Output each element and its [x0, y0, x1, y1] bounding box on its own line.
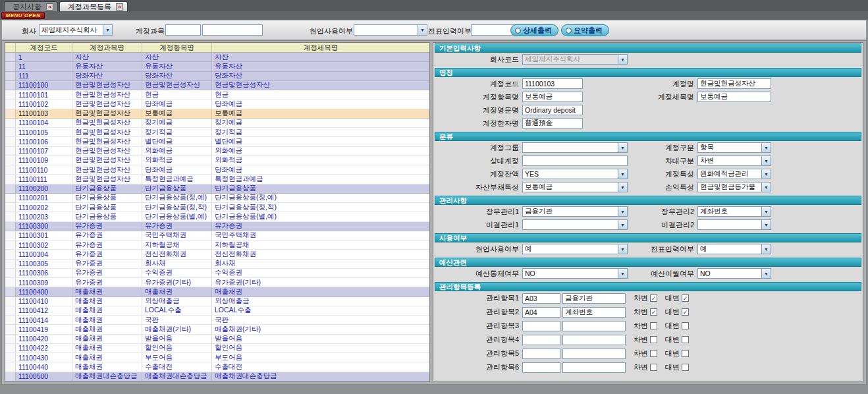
table-row[interactable]: 11100109현금및현금성자산외화적금외화적금	[5, 156, 429, 165]
table-row[interactable]: 11100309유가증권유가증권(기타)유가증권(기타)	[5, 278, 429, 287]
debit-checkbox[interactable]: ✓	[650, 295, 657, 302]
table-row[interactable]: 11100304유가증권전신전화채권전신전화채권	[5, 250, 429, 259]
account-name-field[interactable]	[697, 78, 771, 89]
mgmt-item-code-input[interactable]	[522, 362, 560, 373]
table-row[interactable]: 11100400매출채권매출채권매출채권	[5, 287, 429, 296]
trait-select[interactable]: 원화예적금관리▼	[697, 169, 771, 179]
credit-checkbox[interactable]: ✓	[682, 295, 689, 302]
mgmt-item-name-input[interactable]	[562, 293, 626, 304]
column-header-name[interactable]: 계정과목명	[72, 43, 142, 52]
table-row[interactable]: 1자산자산자산	[5, 53, 429, 62]
debit-credit-select[interactable]: 차변▼	[697, 155, 771, 166]
credit-label: 대변	[665, 307, 680, 317]
account-item-field[interactable]	[522, 92, 583, 102]
budget-carry-select[interactable]: NO▼	[697, 268, 771, 279]
table-row[interactable]: 11100419매출채권매출채권(기타)매출채권(기타)	[5, 325, 429, 334]
mgmt-item-name-input[interactable]	[562, 321, 626, 331]
table-row[interactable]: 11100203단기금융상품단기금융상품(별,예)단기금융상품(별,예)	[5, 212, 429, 221]
table-row[interactable]: 11100102현금및현금성자산당좌예금당좌예금	[5, 99, 429, 109]
credit-checkbox[interactable]	[682, 350, 689, 357]
table-row[interactable]: 11100500매출채권대손충당금매출채권대손충당금매출채권대손충당금	[5, 372, 429, 381]
close-icon[interactable]: ×	[116, 3, 123, 11]
credit-checkbox[interactable]: ✓	[682, 308, 689, 316]
cell-name: 유가증권	[72, 222, 142, 231]
account-group-select[interactable]: ▼	[522, 142, 628, 153]
column-header-item[interactable]: 계정항목명	[142, 43, 212, 52]
debit-checkbox[interactable]: ✓	[650, 308, 657, 316]
chevron-down-icon: ▼	[761, 183, 771, 192]
menu-open-button[interactable]: MENU OPEN	[1, 12, 45, 19]
detail-print-button[interactable]: 상세출력	[510, 24, 558, 36]
table-row[interactable]: 11유동자산유동자산유동자산	[5, 62, 429, 71]
mgmt-item-name-input[interactable]	[562, 349, 626, 359]
mgmt-item-code-input[interactable]	[522, 349, 560, 359]
pl-trait-select[interactable]: 현금및현금등가물▼	[697, 182, 771, 192]
table-row[interactable]: 11100100현금및현금성자산현금및현금성자산현금및현금성자산	[5, 81, 429, 90]
column-header-detail[interactable]: 계정세목명	[212, 43, 429, 52]
table-row[interactable]: 11100103현금및현금성자산보통예금보통예금	[5, 109, 429, 119]
field-use-select[interactable]: ▼	[354, 24, 427, 36]
account-code-field[interactable]	[522, 78, 583, 89]
column-header-code[interactable]: 계정코드	[16, 43, 72, 52]
mgmt-item-name-input[interactable]	[562, 335, 626, 345]
account-gubun-select[interactable]: 항목▼	[697, 142, 771, 153]
table-row[interactable]: 11100200단기금융상품단기금융상품단기금융상품	[5, 184, 429, 194]
table-row[interactable]: 11100300유가증권유가증권유가증권	[5, 222, 429, 231]
contra-account-field[interactable]	[522, 155, 628, 166]
table-row[interactable]: 11100301유가증권국민주택채권국민주택채권	[5, 231, 429, 240]
mgmt-item-name-input[interactable]	[562, 307, 626, 318]
debit-checkbox[interactable]	[650, 336, 657, 343]
budget-control-select[interactable]: NO▼	[522, 268, 628, 279]
debit-checkbox[interactable]	[650, 350, 657, 357]
mgmt-item-code-input[interactable]	[522, 335, 560, 345]
table-row[interactable]: 11100201단기금융상품단기금융상품(정,예)단기금융상품(정,예)	[5, 194, 429, 203]
pending1-select[interactable]: ▼	[522, 219, 628, 230]
account-detail-field[interactable]	[697, 92, 771, 102]
account-english-field[interactable]	[522, 105, 583, 115]
ledger2-select[interactable]: 계좌번호▼	[697, 206, 771, 217]
mgmt-item-code-input[interactable]	[522, 321, 560, 331]
table-row[interactable]: 11100412매출채권LOCAL수출LOCAL수출	[5, 306, 429, 316]
account-code-input[interactable]	[165, 24, 201, 36]
summary-print-button[interactable]: 요약출력	[561, 24, 609, 36]
table-row[interactable]: 11100110현금및현금성자산당좌예금당좌예금	[5, 165, 429, 175]
table-row[interactable]: 11100111현금및현금성자산특정현금과예금특정현금과예금	[5, 175, 429, 184]
mgmt-item-code-input[interactable]	[522, 293, 560, 304]
fielduse-select[interactable]: 예▼	[522, 244, 628, 254]
balance-select[interactable]: YES▼	[522, 169, 628, 179]
pending2-select[interactable]: ▼	[697, 219, 771, 230]
table-row[interactable]: 11100440매출채권수출대전수출대전	[5, 362, 429, 372]
section-basic-title: 기본입력사항	[435, 43, 861, 53]
table-row[interactable]: 11100302유가증권지하철공채지하철공채	[5, 240, 429, 250]
table-row[interactable]: 11100101현금및현금성자산현금현금	[5, 90, 429, 99]
table-row[interactable]: 11100422매출채권할인어음할인어음	[5, 344, 429, 353]
table-row[interactable]: 11100107현금및현금성자산외화예금외화예금	[5, 147, 429, 156]
table-row[interactable]: 111당좌자산당좌자산당좌자산	[5, 72, 429, 81]
company-select[interactable]: 제일제지주식회사 ▼	[39, 24, 113, 36]
tab-account-registration[interactable]: 계정과목등록 ×	[59, 1, 128, 11]
debit-checkbox[interactable]	[650, 364, 657, 371]
account-name-input[interactable]	[202, 24, 263, 36]
credit-checkbox[interactable]	[682, 364, 689, 371]
slipinput-select[interactable]: 예▼	[697, 244, 771, 254]
close-icon[interactable]: ×	[46, 3, 53, 11]
table-row[interactable]: 11100305유가증권회사채회사채	[5, 260, 429, 269]
account-hanja-field[interactable]	[522, 118, 583, 128]
table-row[interactable]: 11100420매출채권받을어음받을어음	[5, 335, 429, 344]
table-row[interactable]: 11100410매출채권외상매출금외상매출금	[5, 297, 429, 306]
table-row[interactable]: 11100202단기금융상품단기금융상품(정,적)단기금융상품(정,적)	[5, 203, 429, 212]
mgmt-item-code-input[interactable]	[522, 307, 560, 318]
ledger1-select[interactable]: 금융기관▼	[522, 206, 628, 217]
debit-checkbox[interactable]	[650, 322, 657, 329]
table-row[interactable]: 11100430매출채권부도어음부도어음	[5, 353, 429, 362]
table-row[interactable]: 11100106현금및현금성자산별단예금별단예금	[5, 137, 429, 146]
table-row[interactable]: 11100104현금및현금성자산정기예금정기예금	[5, 119, 429, 128]
asset-trait-select[interactable]: 보통예금▼	[522, 182, 628, 192]
table-row[interactable]: 11100105현금및현금성자산정기적금정기적금	[5, 128, 429, 137]
credit-checkbox[interactable]	[682, 336, 689, 343]
table-row[interactable]: 11100414매출채권국판국판	[5, 316, 429, 325]
tab-notice[interactable]: 공지사항 ×	[4, 1, 58, 11]
credit-checkbox[interactable]	[682, 322, 689, 329]
table-row[interactable]: 11100306유가증권수익증권수익증권	[5, 269, 429, 278]
mgmt-item-name-input[interactable]	[562, 362, 626, 373]
